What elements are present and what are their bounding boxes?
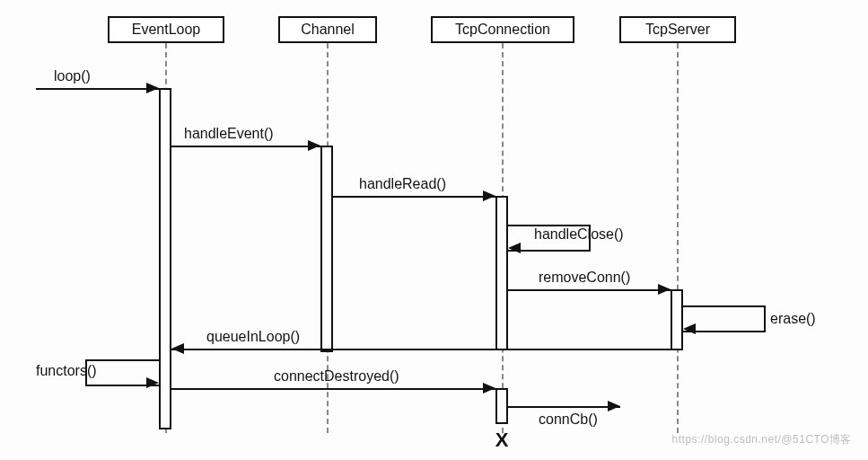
activation-tcpconnection — [495, 196, 508, 350]
message-connectdestroyed — [171, 388, 495, 390]
participant-tcpserver: TcpServer — [619, 16, 736, 43]
message-conncb — [508, 406, 620, 408]
arrow-right-icon — [483, 383, 495, 394]
participant-label: Channel — [301, 22, 355, 38]
message-removeconn — [508, 289, 671, 291]
participant-label: TcpConnection — [455, 22, 550, 38]
arrow-left-icon — [683, 323, 696, 334]
message-label-handleevent: handleEvent() — [184, 126, 274, 142]
message-label-handleread: handleRead() — [359, 176, 446, 192]
termination-x-icon: X — [495, 429, 509, 452]
message-label-connectdestroyed: connectDestroyed() — [274, 368, 399, 385]
activation-eventloop — [159, 88, 171, 429]
arrow-right-icon — [658, 284, 671, 295]
message-label-functors: functors() — [36, 363, 97, 379]
message-label-removeconn: removeConn() — [539, 270, 630, 286]
participant-channel: Channel — [278, 16, 377, 43]
activation-tcpconnection-2 — [495, 388, 508, 424]
participant-eventloop: EventLoop — [108, 16, 224, 43]
message-label-erase: erase() — [770, 311, 816, 327]
arrow-right-icon — [483, 190, 495, 201]
participant-label: TcpServer — [645, 22, 710, 38]
message-handleevent — [171, 146, 320, 147]
arrow-right-icon — [146, 377, 159, 388]
message-queueinloop — [171, 349, 671, 350]
message-label-loop: loop() — [54, 68, 91, 84]
arrow-left-icon — [171, 343, 184, 354]
message-label-conncb: connCb() — [539, 411, 598, 428]
message-handleread — [333, 196, 495, 198]
arrow-left-icon — [508, 243, 521, 253]
activation-tcpserver — [671, 289, 683, 350]
message-label-handleclose: handleClose() — [534, 226, 624, 243]
message-label-queueinloop: queueInLoop() — [206, 329, 300, 345]
lifeline-tcpserver — [677, 43, 679, 433]
arrow-right-icon — [308, 140, 320, 151]
arrow-right-icon — [146, 83, 159, 93]
watermark-text: https://blog.csdn.net/@51CTO博客 — [672, 432, 852, 447]
participant-tcpconnection: TcpConnection — [431, 16, 574, 43]
activation-channel — [320, 146, 333, 352]
message-loop — [36, 88, 159, 90]
participant-label: EventLoop — [132, 22, 201, 38]
arrow-right-icon — [608, 401, 620, 411]
